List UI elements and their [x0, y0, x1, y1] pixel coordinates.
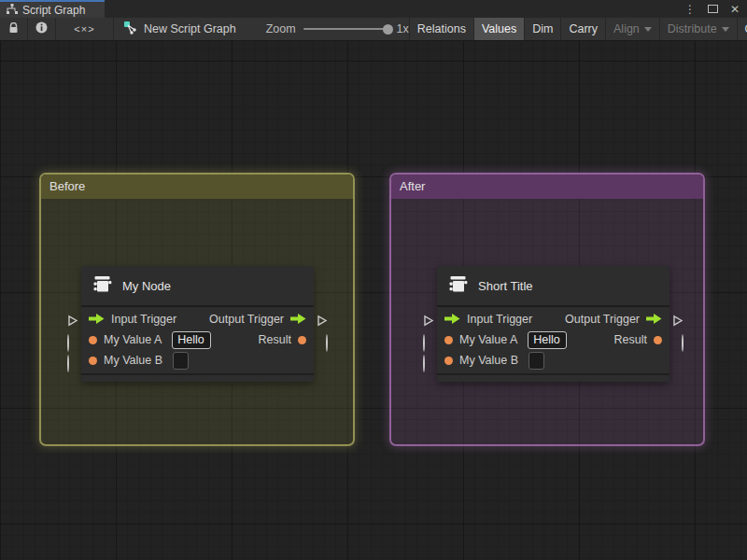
node-footer	[81, 373, 314, 382]
node-row-value-b: My Value B	[81, 350, 314, 371]
value-output-port[interactable]	[682, 335, 684, 352]
value-port-icon[interactable]	[444, 357, 453, 365]
node-my-node-wrap: My Node Input Trigger Output Trigger	[81, 266, 314, 382]
window-controls: ⋮ ✕	[684, 0, 747, 18]
port-label-my-value-b: My Value B	[459, 354, 518, 367]
value-port-icon[interactable]	[89, 336, 97, 344]
node-row-value-a: My Value A Result	[437, 329, 669, 350]
port-label-my-value-a: My Value A	[459, 333, 517, 346]
node-title: Short Title	[478, 279, 533, 293]
node-row-trigger: Input Trigger Output Trigger	[437, 309, 669, 329]
node-short-title[interactable]: Short Title Input Trigger Output Trigger	[437, 266, 669, 382]
info-button[interactable]	[28, 18, 56, 40]
tab-script-graph[interactable]: Script Graph	[0, 0, 105, 18]
graph-name-label: New Script Graph	[144, 22, 236, 35]
flow-input-port[interactable]	[423, 314, 434, 330]
flow-output-port[interactable]	[317, 314, 328, 330]
value-port-icon[interactable]	[444, 336, 453, 344]
zoom-label: Zoom	[266, 22, 296, 35]
value-port-icon[interactable]	[298, 336, 306, 344]
node-footer	[437, 373, 669, 382]
port-label-input-trigger: Input Trigger	[467, 313, 532, 326]
value-input-port[interactable]	[67, 335, 69, 352]
node-header[interactable]: My Node	[81, 266, 314, 307]
distribute-dropdown[interactable]: Distribute	[659, 18, 737, 40]
value-b-input[interactable]	[173, 352, 189, 370]
group-title: After	[400, 179, 425, 193]
flow-output-port[interactable]	[672, 314, 684, 330]
node-row-trigger: Input Trigger Output Trigger	[81, 309, 314, 329]
node-body: Input Trigger Output Trigger My Value A	[437, 307, 669, 373]
maximize-icon[interactable]	[708, 5, 718, 13]
chevron-down-icon	[644, 27, 652, 32]
close-icon[interactable]: ✕	[730, 4, 740, 15]
zoom-control: Zoom 1x	[246, 18, 409, 40]
title-bar: Script Graph ⋮ ✕	[0, 0, 747, 18]
chevron-down-icon	[722, 27, 729, 32]
lock-button[interactable]	[0, 18, 28, 40]
graph-hierarchy-icon	[7, 4, 18, 17]
zoom-slider-handle[interactable]	[383, 24, 393, 35]
flow-out-arrow-icon[interactable]	[290, 311, 306, 328]
group-after[interactable]: After Short Title Input Trigger	[389, 173, 705, 446]
port-label-output-trigger: Output Trigger	[209, 313, 284, 326]
lock-icon	[8, 22, 19, 36]
node-title: My Node	[122, 279, 171, 293]
node-row-value-b: My Value B	[437, 350, 669, 371]
tab-label: Script Graph	[22, 4, 85, 17]
port-label-input-trigger: Input Trigger	[111, 313, 176, 326]
value-output-port[interactable]	[326, 335, 328, 352]
value-input-port[interactable]	[67, 356, 69, 372]
port-label-result: Result	[614, 333, 647, 346]
port-label-output-trigger: Output Trigger	[565, 313, 640, 326]
code-view-icon: <×>	[74, 23, 94, 35]
value-port-icon[interactable]	[89, 357, 97, 365]
flow-out-arrow-icon[interactable]	[646, 311, 662, 328]
graph-toolbar: <×> New Script Graph Zoom 1x Relations V…	[0, 18, 747, 41]
code-view-toggle[interactable]: <×>	[56, 18, 114, 40]
graph-breadcrumb[interactable]: New Script Graph	[114, 18, 246, 40]
group-title: Before	[49, 179, 85, 193]
overview-button[interactable]: Overview	[737, 18, 747, 40]
flow-input-port[interactable]	[67, 314, 78, 330]
value-a-input[interactable]	[172, 331, 211, 349]
port-label-my-value-a: My Value A	[104, 333, 162, 346]
port-label-result: Result	[259, 333, 291, 346]
unit-node-icon	[92, 273, 113, 299]
dim-button[interactable]: Dim	[524, 18, 560, 40]
node-short-title-wrap: Short Title Input Trigger Output Trigger	[437, 266, 669, 382]
graph-canvas[interactable]: Before My Node Input Trigger	[0, 41, 747, 560]
zoom-value: 1x	[397, 22, 409, 35]
group-before-header[interactable]: Before	[41, 175, 353, 199]
flow-in-arrow-icon[interactable]	[444, 311, 460, 328]
flow-in-arrow-icon[interactable]	[89, 311, 105, 328]
toolbar-buttons: Relations Values Dim Carry Align Distrib…	[409, 18, 747, 40]
align-dropdown[interactable]: Align	[605, 18, 659, 40]
value-input-port[interactable]	[423, 335, 425, 352]
info-icon	[35, 21, 48, 36]
script-graph-icon	[123, 21, 137, 37]
node-body: Input Trigger Output Trigger My Value A	[81, 307, 314, 373]
port-label-my-value-b: My Value B	[104, 354, 162, 367]
relations-button[interactable]: Relations	[409, 18, 473, 40]
node-row-value-a: My Value A Result	[81, 329, 314, 350]
window-menu-icon[interactable]: ⋮	[684, 4, 696, 15]
value-a-input[interactable]	[528, 331, 567, 349]
group-after-header[interactable]: After	[391, 175, 703, 199]
value-port-icon[interactable]	[654, 336, 662, 344]
node-header[interactable]: Short Title	[437, 266, 669, 307]
values-button[interactable]: Values	[473, 18, 524, 40]
group-before[interactable]: Before My Node Input Trigger	[39, 173, 355, 446]
node-my-node[interactable]: My Node Input Trigger Output Trigger	[81, 266, 314, 382]
unit-node-icon	[447, 273, 469, 299]
zoom-slider[interactable]	[303, 28, 389, 30]
carry-button[interactable]: Carry	[560, 18, 605, 40]
value-b-input[interactable]	[529, 352, 544, 370]
value-input-port[interactable]	[423, 356, 425, 372]
